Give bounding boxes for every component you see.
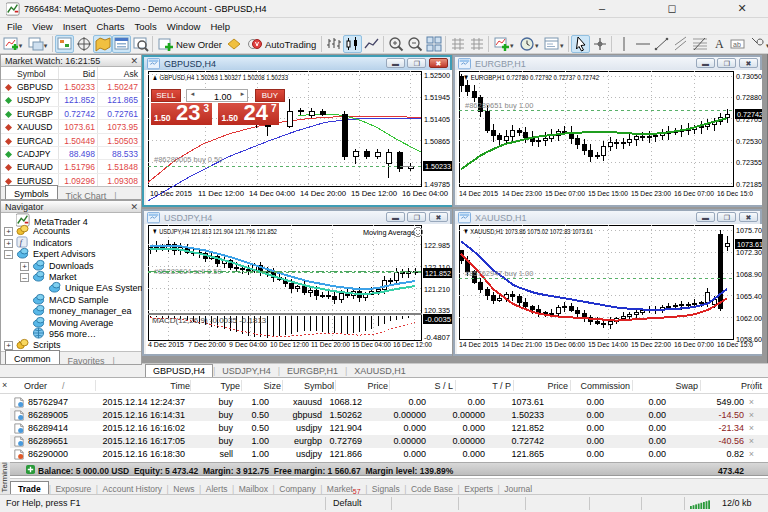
svg-text:15 Dec 04:00: 15 Dec 04:00	[352, 340, 391, 349]
svg-text:15 Dec 15:00: 15 Dec 15:00	[588, 189, 628, 198]
svg-text:122.985: 122.985	[424, 241, 450, 250]
svg-text:14 Dec 20:00: 14 Dec 20:00	[300, 189, 347, 198]
svg-text:16 Dec 15:0: 16 Dec 15:0	[717, 189, 753, 198]
svg-text:15 Dec 07:00: 15 Dec 07:00	[545, 189, 585, 198]
svg-text:1.49785: 1.49785	[424, 180, 450, 189]
svg-text:1.52500: 1.52500	[424, 71, 450, 80]
svg-text:0.72880: 0.72880	[736, 93, 762, 102]
svg-text:MACD(12,26,9) -0.0035 -0.1813: MACD(12,26,9) -0.0035 -0.1813	[152, 316, 267, 325]
svg-text:9 Dec 04:00: 9 Dec 04:00	[229, 340, 267, 349]
svg-text:16 Dec 04:00: 16 Dec 04:00	[402, 189, 449, 198]
svg-text:1075.70: 1075.70	[736, 226, 762, 235]
svg-text:15 Dec 14:00: 15 Dec 14:00	[588, 340, 628, 349]
svg-text:▼ EURGBP,H1 0.72780 0.72792 0: ▼ EURGBP,H1 0.72780 0.72792 0.72737 0.72…	[463, 73, 599, 82]
svg-text:1072.30: 1072.30	[736, 248, 762, 257]
svg-text:14 Dec 2015: 14 Dec 2015	[459, 340, 498, 349]
svg-text:#86289005 buy 0.50: #86289005 buy 0.50	[154, 155, 222, 164]
svg-text:15 Dec 12:00: 15 Dec 12:00	[351, 189, 398, 198]
svg-text:1.51945: 1.51945	[424, 93, 450, 102]
svg-text:11 Dec 12:00: 11 Dec 12:00	[198, 189, 245, 198]
svg-text:▼ USDJPY,H4 121.813 121.904 1: ▼ USDJPY,H4 121.813 121.904 121.796 121.…	[152, 227, 277, 236]
svg-text:121.210: 121.210	[424, 285, 450, 294]
svg-text:11 Dec 20:00: 11 Dec 20:00	[311, 340, 350, 349]
svg-text:1.50865: 1.50865	[424, 137, 450, 146]
svg-text:1.51405: 1.51405	[424, 115, 450, 124]
svg-text:16 Dec 07:00: 16 Dec 07:00	[674, 189, 714, 198]
svg-text:15 Dec 06:00: 15 Dec 06:00	[545, 340, 585, 349]
svg-text:▼ XAUUSD,H1 1073.86 1075.02 1: ▼ XAUUSD,H1 1073.86 1075.02 1072.83 1073…	[463, 227, 593, 236]
svg-text:10 Dec 2015: 10 Dec 2015	[150, 189, 193, 198]
svg-text:7 Dec 20:00: 7 Dec 20:00	[188, 340, 226, 349]
svg-text:1068.90: 1068.90	[736, 270, 762, 279]
svg-text:0.72185: 0.72185	[736, 180, 762, 189]
svg-text:#85762947 buy 1.00: #85762947 buy 1.00	[465, 269, 533, 278]
svg-text:16 Dec 07:00: 16 Dec 07:00	[674, 340, 714, 349]
svg-text:121.852: 121.852	[425, 269, 451, 278]
svg-text:14 Dec 04:00: 14 Dec 04:00	[249, 189, 296, 198]
svg-text:Moving Average: Moving Average	[363, 228, 415, 237]
svg-text:15 Dec 22:00: 15 Dec 22:00	[631, 340, 671, 349]
svg-text:10 Dec 12:00: 10 Dec 12:00	[270, 340, 309, 349]
svg-text:A: A	[715, 37, 724, 51]
svg-text:1065.40: 1065.40	[736, 292, 762, 301]
svg-text:▲ GBPUSD,H4 1.50263 1.50327 1: ▲ GBPUSD,H4 1.50263 1.50327 1.50208 1.50…	[152, 73, 288, 82]
svg-text:1073.61: 1073.61	[737, 240, 762, 249]
svg-text:16 Dec 12:00: 16 Dec 12:00	[393, 340, 432, 349]
svg-text:14 Dec 23:00: 14 Dec 23:00	[502, 189, 542, 198]
svg-text:0.72355: 0.72355	[736, 158, 762, 167]
svg-text:0.73050: 0.73050	[736, 72, 762, 81]
svg-text:1.50233: 1.50233	[425, 162, 451, 171]
svg-text:#86289651 buy 1.00: #86289651 buy 1.00	[465, 101, 533, 110]
svg-text:14 Dec 2015: 14 Dec 2015	[459, 189, 498, 198]
svg-text:0.72742: 0.72742	[737, 110, 762, 119]
svg-text:16 Dec 15:0: 16 Dec 15:0	[717, 340, 753, 349]
svg-text:0.72530: 0.72530	[736, 137, 762, 146]
svg-text:4 Dec 2015: 4 Dec 2015	[148, 340, 184, 349]
svg-text:15 Dec 23:00: 15 Dec 23:00	[631, 189, 671, 198]
svg-text:ab: ab	[733, 41, 741, 48]
svg-text:14 Dec 21:00: 14 Dec 21:00	[502, 340, 542, 349]
svg-text:-0.0035: -0.0035	[425, 315, 452, 324]
svg-text:1062.00: 1062.00	[736, 314, 762, 323]
